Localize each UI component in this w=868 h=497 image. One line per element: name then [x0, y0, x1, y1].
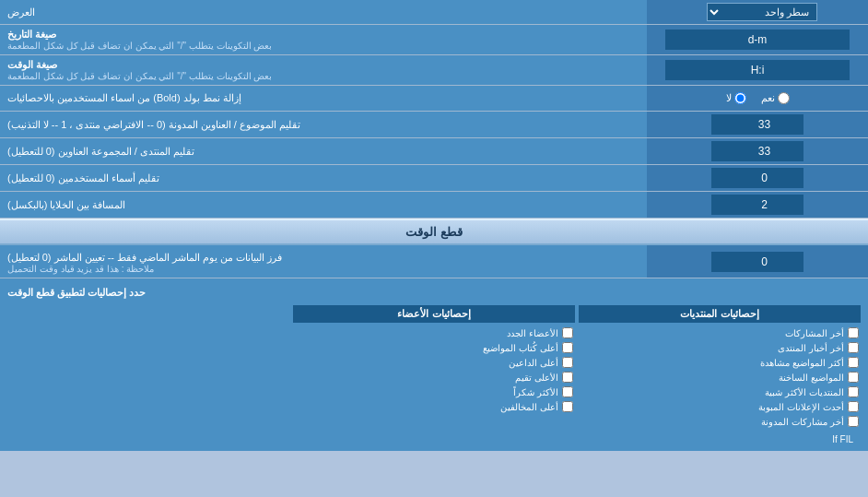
col2-check-2[interactable] — [562, 357, 573, 368]
cutoff-input-container — [647, 245, 868, 278]
time-format-row: صيغة الوقت بعض التكوينات يتطلب "/" التي … — [0, 55, 868, 86]
forum-input-container — [647, 138, 868, 164]
col1-check-5[interactable] — [848, 401, 859, 412]
col2-check-5[interactable] — [562, 401, 573, 412]
bold-no-radio[interactable] — [734, 92, 746, 104]
col1-check-0[interactable] — [848, 327, 859, 338]
col2-check-0[interactable] — [562, 327, 573, 338]
topics-row: تقليم الموضوع / العناوين المدونة (0 -- ا… — [0, 112, 868, 138]
users-input[interactable] — [711, 168, 803, 188]
topics-input-container — [647, 112, 868, 137]
col1-item-0[interactable]: أخر المشاركات — [579, 325, 861, 340]
users-row: تقليم أسماء المستخدمين (0 للتعطيل) — [0, 165, 868, 192]
stats-outer: حدد إحصاليات لتطبيق قطع الوقت إحصائيات ا… — [0, 278, 868, 451]
date-format-input[interactable] — [665, 30, 850, 50]
col1-item-2[interactable]: أكثر المواضيع مشاهدة — [579, 355, 861, 370]
col1-item-3[interactable]: المواضيع الساخنة — [579, 370, 861, 385]
cutoff-label-container: فرز البيانات من يوم الماشر الماضي فقط --… — [0, 245, 647, 278]
bold-yes-option[interactable]: نعم — [761, 92, 790, 104]
gap-label: المسافة بين الخلايا (بالبكسل) — [7, 199, 126, 211]
col1-item-1[interactable]: أخر أخبار المنتدى — [579, 340, 861, 355]
gap-input-container — [647, 192, 868, 218]
col2-header: إحصائيات الأعضاء — [293, 305, 575, 323]
display-select[interactable]: سطر واحدسطرينثلاثة أسطر — [707, 3, 817, 21]
forum-row: تقليم المنتدى / المجموعة العناوين (0 للت… — [0, 138, 868, 165]
three-cols: إحصائيات المنتديات أخر المشاركات أخر أخب… — [7, 305, 861, 429]
col2-check-4[interactable] — [562, 386, 573, 397]
forum-label-container: تقليم المنتدى / المجموعة العناوين (0 للت… — [0, 138, 647, 164]
top-row: سطر واحدسطرينثلاثة أسطر العرض — [0, 0, 868, 25]
users-input-container — [647, 165, 868, 191]
date-format-sublabel: بعض التكوينات يتطلب "/" التي يمكن ان تضا… — [7, 41, 272, 51]
top-dropdown-container[interactable]: سطر واحدسطرينثلاثة أسطر — [647, 0, 868, 24]
col1-item-6[interactable]: أخر مشاركات المدونة — [579, 414, 861, 429]
gap-label-container: المسافة بين الخلايا (بالبكسل) — [0, 192, 647, 218]
col2-item-5[interactable]: أعلى المخالفين — [293, 399, 575, 414]
top-row-label: العرض — [7, 6, 35, 18]
date-format-label: صيغة التاريخ — [7, 29, 56, 41]
col1-header: إحصائيات المنتديات — [579, 305, 861, 323]
col2-check-3[interactable] — [562, 372, 573, 383]
cutoff-section-title: قطع الوقت — [405, 225, 463, 239]
bottom-text: If FIL — [825, 432, 861, 447]
forum-input[interactable] — [711, 141, 803, 161]
col2-item-1[interactable]: أعلى كُتاب المواضيع — [293, 340, 575, 355]
time-format-sublabel: بعض التكوينات يتطلب "/" التي يمكن ان تضا… — [7, 71, 272, 81]
col1-check-1[interactable] — [848, 342, 859, 353]
time-format-label: صيغة الوقت — [7, 59, 57, 71]
col1-check-4[interactable] — [848, 386, 859, 397]
stats-top-label-row: حدد إحصاليات لتطبيق قطع الوقت — [7, 284, 861, 302]
bottom-text-row: If FIL — [7, 432, 861, 445]
time-format-label-container: صيغة الوقت بعض التكوينات يتطلب "/" التي … — [0, 55, 647, 85]
col2-item-3[interactable]: الأعلى تقيم — [293, 370, 575, 385]
topics-label-container: تقليم الموضوع / العناوين المدونة (0 -- ا… — [0, 112, 647, 137]
topics-label: تقليم الموضوع / العناوين المدونة (0 -- ا… — [7, 119, 300, 131]
date-format-row: صيغة التاريخ بعض التكوينات يتطلب "/" الت… — [0, 25, 868, 55]
col1-check-6[interactable] — [848, 416, 859, 427]
time-format-input-container — [647, 55, 868, 85]
forum-label: تقليم المنتدى / المجموعة العناوين (0 للت… — [7, 146, 194, 158]
bold-label: إزالة نمط بولد (Bold) من اسماء المستخدمي… — [7, 92, 241, 104]
cutoff-section-header: قطع الوقت — [0, 219, 868, 245]
col2-box: إحصائيات الأعضاء الأعضاء الجدد أعلى كُتا… — [293, 305, 575, 429]
cutoff-sublabel: ملاحظة : هذا قد يزيد قياد وقت التحميل — [7, 264, 154, 274]
col2-item-4[interactable]: الأكثر شكراً — [293, 385, 575, 399]
bold-row: نعم لا إزالة نمط بولد (Bold) من اسماء ال… — [0, 86, 868, 112]
date-format-label-container: صيغة التاريخ بعض التكوينات يتطلب "/" الت… — [0, 25, 647, 54]
col2-item-2[interactable]: أعلى الداعين — [293, 355, 575, 370]
col1-item-5[interactable]: أحدث الإعلانات المبوبة — [579, 399, 861, 414]
cutoff-label: فرز البيانات من يوم الماشر الماضي فقط --… — [7, 252, 282, 264]
col1-check-2[interactable] — [848, 357, 859, 368]
col1-box: إحصائيات المنتديات أخر المشاركات أخر أخب… — [579, 305, 861, 429]
gap-row: المسافة بين الخلايا (بالبكسل) — [0, 192, 868, 219]
time-format-input[interactable] — [665, 60, 850, 80]
top-row-label-container: العرض — [0, 0, 647, 24]
col1-item-4[interactable]: المنتديات الأكثر شبية — [579, 385, 861, 399]
date-format-input-container — [647, 25, 868, 54]
bold-yes-radio[interactable] — [778, 92, 790, 104]
bold-yes-label: نعم — [761, 92, 775, 104]
bold-no-label: لا — [726, 92, 732, 104]
bold-label-container: إزالة نمط بولد (Bold) من اسماء المستخدمي… — [0, 86, 647, 111]
col2-check-1[interactable] — [562, 342, 573, 353]
cutoff-input[interactable] — [711, 252, 803, 272]
bold-radio-container[interactable]: نعم لا — [647, 86, 868, 111]
stats-top-label: حدد إحصاليات لتطبيق قطع الوقت — [7, 284, 146, 302]
col1-check-3[interactable] — [848, 372, 859, 383]
topics-input[interactable] — [711, 114, 803, 135]
gap-input[interactable] — [711, 195, 803, 215]
users-label: تقليم أسماء المستخدمين (0 للتعطيل) — [7, 172, 159, 184]
col3-box — [7, 305, 289, 429]
cutoff-row: فرز البيانات من يوم الماشر الماضي فقط --… — [0, 245, 868, 278]
col2-item-0[interactable]: الأعضاء الجدد — [293, 325, 575, 340]
users-label-container: تقليم أسماء المستخدمين (0 للتعطيل) — [0, 165, 647, 191]
bold-no-option[interactable]: لا — [726, 92, 746, 104]
